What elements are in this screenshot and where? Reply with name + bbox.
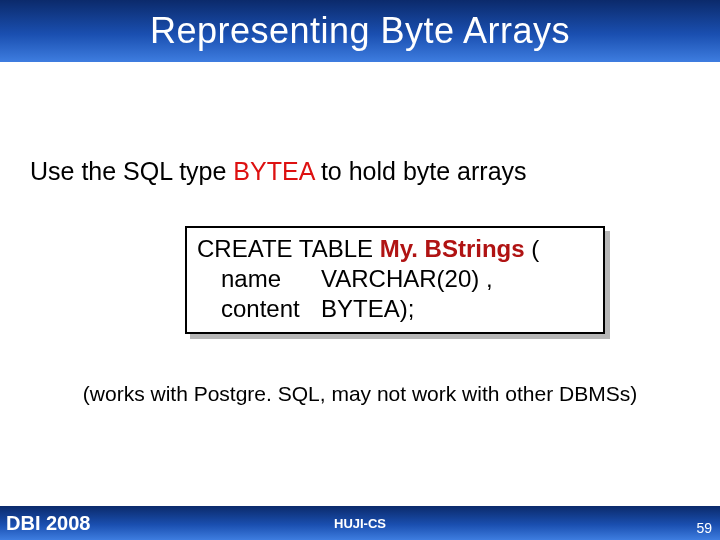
note-text: (works with Postgre. SQL, may not work w… bbox=[30, 382, 690, 406]
slide-number: 59 bbox=[696, 520, 712, 536]
code-box: CREATE TABLE My. BStrings ( nameVARCHAR(… bbox=[185, 226, 605, 334]
slide-title: Representing Byte Arrays bbox=[150, 10, 570, 52]
code-line-2: nameVARCHAR(20) , bbox=[197, 264, 593, 294]
footer-left: DBI 2008 bbox=[0, 512, 91, 535]
footer-bar: DBI 2008 HUJI-CS 59 bbox=[0, 506, 720, 540]
intro-text: Use the SQL type BYTEA to hold byte arra… bbox=[30, 157, 690, 186]
footer-center: HUJI-CS bbox=[334, 516, 386, 531]
slide-body: Use the SQL type BYTEA to hold byte arra… bbox=[0, 157, 720, 406]
code-col-name: name bbox=[221, 264, 321, 294]
code-open-paren: ( bbox=[525, 235, 540, 262]
intro-post: to hold byte arrays bbox=[314, 157, 527, 185]
code-col-content-type: BYTEA); bbox=[321, 295, 414, 322]
code-col-name-type: VARCHAR(20) , bbox=[321, 265, 493, 292]
code-col-content: content bbox=[221, 294, 321, 324]
title-bar: Representing Byte Arrays bbox=[0, 0, 720, 62]
intro-keyword: BYTEA bbox=[233, 157, 314, 185]
intro-pre: Use the SQL type bbox=[30, 157, 233, 185]
code-create: CREATE TABLE bbox=[197, 235, 380, 262]
code-block: CREATE TABLE My. BStrings ( nameVARCHAR(… bbox=[185, 226, 605, 334]
code-table-name: My. BStrings bbox=[380, 235, 525, 262]
code-line-3: contentBYTEA); bbox=[197, 294, 593, 324]
code-line-1: CREATE TABLE My. BStrings ( bbox=[197, 234, 593, 264]
slide: Representing Byte Arrays Use the SQL typ… bbox=[0, 0, 720, 540]
